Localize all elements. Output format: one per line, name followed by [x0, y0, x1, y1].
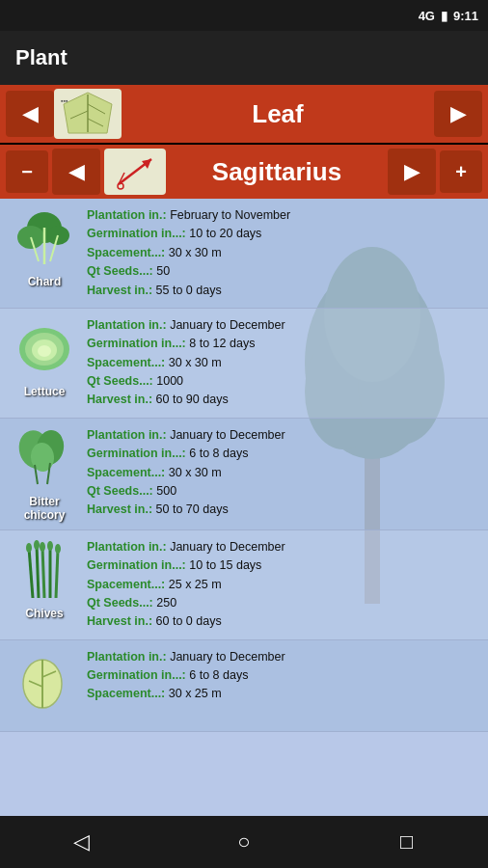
- home-button[interactable]: ○: [215, 823, 273, 861]
- lettuce-name: Lettuce: [24, 385, 66, 398]
- title-bar: Plant: [0, 31, 488, 85]
- chard-name: Chard: [28, 275, 62, 288]
- chard-info: Plantation in.: February to November Ger…: [83, 206, 482, 300]
- chives-name: Chives: [25, 607, 63, 620]
- sag-label: Sagittarius: [170, 157, 384, 187]
- leaf-next-button[interactable]: ▶: [434, 91, 482, 137]
- svg-line-31: [37, 545, 39, 598]
- svg-point-24: [38, 345, 51, 357]
- back-button[interactable]: ◁: [52, 823, 110, 861]
- sag-minus-button[interactable]: −: [6, 150, 48, 193]
- svg-point-38: [47, 541, 53, 551]
- time: 9:11: [453, 9, 478, 23]
- plant-item-bitter-chicory: Bitterchicory Plantation in.: January to…: [0, 419, 488, 530]
- last-info: Plantation in.: January to December Germ…: [83, 648, 482, 723]
- sag-plus-button[interactable]: +: [440, 150, 482, 193]
- last-image-col: [6, 648, 83, 723]
- svg-line-30: [29, 548, 33, 598]
- svg-text:▪▪▪: ▪▪▪: [61, 97, 68, 104]
- svg-line-32: [42, 547, 44, 598]
- leaf-thumbnail: ▪▪▪: [54, 89, 122, 139]
- svg-point-36: [34, 540, 40, 550]
- sag-prev-button[interactable]: ◀: [52, 149, 100, 195]
- bottom-nav-bar: ◁ ○ □: [0, 816, 488, 868]
- chives-image-col: Chives: [6, 538, 83, 632]
- sag-next-button[interactable]: ▶: [388, 149, 436, 195]
- svg-point-37: [40, 542, 45, 552]
- bitter-chicory-image-col: Bitterchicory: [6, 426, 83, 522]
- bitter-chicory-name: Bitterchicory: [24, 495, 66, 522]
- chives-image: [12, 538, 77, 604]
- bitter-chicory-info: Plantation in.: January to December Germ…: [83, 426, 482, 522]
- chives-info: Plantation in.: January to December Germ…: [83, 538, 482, 632]
- chard-image: [12, 206, 77, 272]
- last-image: [12, 648, 77, 714]
- leaf-label: Leaf: [122, 99, 434, 129]
- chard-image-col: Chard: [6, 206, 83, 300]
- svg-point-35: [26, 543, 32, 553]
- bitter-chicory-image: [12, 426, 77, 492]
- sagittarius-nav-row: − ◀ Sagittarius ▶ +: [0, 145, 488, 199]
- plant-item-last: Plantation in.: January to December Germ…: [0, 640, 488, 732]
- plant-item-chives: Chives Plantation in.: January to Decemb…: [0, 530, 488, 640]
- lettuce-image: [12, 316, 77, 382]
- plant-list: Chard Plantation in.: February to Novemb…: [0, 199, 488, 816]
- plant-item-chard: Chard Plantation in.: February to Novemb…: [0, 199, 488, 309]
- leaf-nav-row: ◀ ▪▪▪ Leaf ▶: [0, 85, 488, 143]
- app-title: Plant: [15, 45, 68, 70]
- svg-point-39: [55, 544, 61, 554]
- status-bar: 4G ▮ 9:11: [0, 0, 488, 31]
- plant-item-lettuce: Lettuce Plantation in.: January to Decem…: [0, 309, 488, 419]
- lettuce-info: Plantation in.: January to December Germ…: [83, 316, 482, 410]
- signal-icon: 4G: [419, 9, 435, 23]
- sag-thumbnail: [104, 149, 166, 195]
- svg-line-34: [56, 549, 58, 598]
- leaf-prev-button[interactable]: ◀: [6, 91, 54, 137]
- recent-apps-button[interactable]: □: [378, 823, 436, 861]
- lettuce-image-col: Lettuce: [6, 316, 83, 410]
- battery-icon: ▮: [441, 9, 447, 23]
